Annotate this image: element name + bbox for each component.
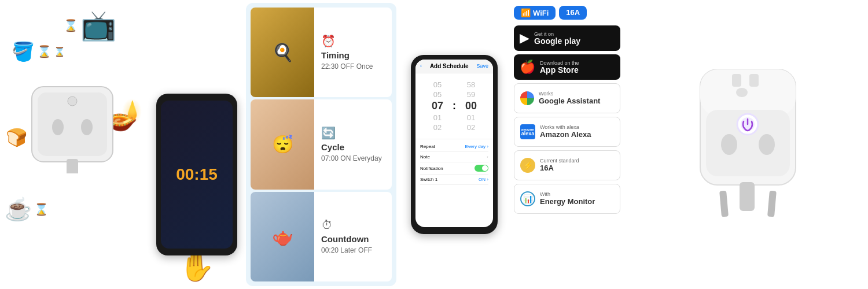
current-standard-badge: ⚡ Current standard 16A bbox=[514, 150, 620, 180]
repeat-value: Every day › bbox=[465, 144, 488, 149]
notification-toggle[interactable] bbox=[475, 165, 488, 172]
note-label: Note bbox=[420, 154, 430, 160]
current-standard-text: Current standard 16A bbox=[540, 158, 579, 173]
svg-point-13 bbox=[759, 134, 775, 155]
countdown-title: Countdown bbox=[321, 234, 385, 244]
schedule-screen: ‹ Add Schedule Save 05 05 07 01 02 : 58 … bbox=[415, 60, 493, 227]
app-store-line1: Download on the bbox=[540, 61, 579, 66]
timer-icon-micro: ⌛ bbox=[64, 18, 78, 32]
switch-value: ON › bbox=[479, 177, 488, 182]
min-selected: 00 bbox=[465, 100, 477, 112]
hour-next1: 01 bbox=[433, 113, 442, 122]
cycle-icon: 🔄 bbox=[321, 126, 385, 140]
timer-phone-mockup: 00:15 bbox=[156, 94, 237, 255]
timer-icon-coffee: ⌛ bbox=[34, 202, 49, 216]
svg-rect-7 bbox=[700, 69, 796, 116]
right-plug-svg bbox=[689, 64, 804, 225]
countdown-info: ⏱ Countdown 00:20 Later OFF bbox=[314, 214, 392, 259]
countdown-icon: ⏱ bbox=[321, 218, 385, 232]
notification-label: Notification bbox=[420, 166, 443, 171]
energy-monitor-line2: Energy Monitor bbox=[540, 197, 595, 206]
amp-label: 16A bbox=[566, 8, 580, 17]
time-picker: 05 05 07 01 02 : 58 59 00 01 02 bbox=[415, 73, 493, 139]
google-assistant-text: Works Google Assistant bbox=[539, 91, 600, 106]
amazon-alexa-line2: Amazon Alexa bbox=[540, 130, 591, 139]
current-standard-line2: 16A bbox=[540, 164, 579, 173]
energy-monitor-badge: 📊 With Energy Monitor bbox=[514, 184, 620, 214]
google-assistant-icon bbox=[520, 91, 534, 105]
google-assistant-badge: Works Google Assistant bbox=[514, 83, 620, 113]
amazon-alexa-line1: Works with alexa bbox=[540, 125, 591, 130]
min-prev1: 58 bbox=[467, 80, 475, 89]
google-assistant-line1: Works bbox=[539, 91, 600, 97]
google-play-icon: ▶ bbox=[520, 31, 529, 46]
current-standard-line1: Current standard bbox=[540, 158, 579, 164]
amazon-alexa-badge: amazon alexa Works with alexa Amazon Ale… bbox=[514, 117, 620, 147]
hour-prev1: 05 bbox=[433, 80, 442, 89]
time-separator: : bbox=[453, 100, 456, 112]
app-store-badge[interactable]: 🍎 Download on the App Store bbox=[514, 54, 620, 80]
google-play-line2: Google play bbox=[534, 37, 580, 45]
left-appliances-section: 🪣 ⌛ ⌛ ⌛ 📺 🍞 ⌛ ⌛ 🪔 ☕ ⌛ bbox=[0, 0, 150, 289]
app-store-line2: App Store bbox=[540, 66, 579, 74]
timer-icon-iron2: ⌛ bbox=[54, 46, 65, 57]
svg-rect-9 bbox=[749, 74, 759, 87]
min-next1: 01 bbox=[467, 113, 475, 122]
wifi-label: WiFi bbox=[533, 9, 549, 17]
iron-item: 🪣 ⌛ ⌛ bbox=[12, 40, 65, 62]
microwave-icon: 📺 bbox=[80, 9, 116, 42]
energy-monitor-line1: With bbox=[540, 192, 595, 197]
note-value: › bbox=[487, 154, 488, 160]
repeat-row[interactable]: Repeat Every day › bbox=[420, 142, 488, 152]
cycle-feature-card: 😴 🔄 Cycle 07:00 ON Everyday bbox=[251, 99, 392, 189]
hour-next2: 02 bbox=[433, 123, 442, 132]
amazon-alexa-icon: amazon alexa bbox=[520, 124, 535, 139]
timing-title: Timing bbox=[321, 50, 385, 60]
timer-display: 00:15 bbox=[176, 165, 218, 184]
hour-selected: 07 bbox=[432, 100, 443, 112]
current-standard-icon: ⚡ bbox=[520, 158, 535, 173]
timing-subtitle: 22:30 OFF Once bbox=[321, 62, 385, 71]
hour-prev2: 05 bbox=[433, 90, 442, 99]
timing-feature-card: 🍳 ⏰ Timing 22:30 OFF Once bbox=[251, 8, 392, 97]
timer-icon-iron: ⌛ bbox=[37, 45, 52, 58]
badges-section: 📶 WiFi 16A ▶ Get it on Google play 🍎 Dow… bbox=[509, 0, 625, 289]
svg-point-12 bbox=[721, 134, 737, 155]
coffee-icon: ☕ bbox=[5, 197, 32, 222]
min-prev2: 59 bbox=[467, 90, 475, 99]
svg-rect-5 bbox=[67, 159, 78, 173]
notification-row[interactable]: Notification bbox=[420, 162, 488, 175]
svg-rect-17 bbox=[719, 191, 729, 217]
svg-rect-8 bbox=[732, 74, 741, 87]
note-row[interactable]: Note › bbox=[420, 152, 488, 162]
schedule-save[interactable]: Save bbox=[476, 63, 488, 69]
svg-point-4 bbox=[68, 97, 77, 106]
energy-monitor-text: With Energy Monitor bbox=[540, 192, 595, 206]
coffee-item: ☕ ⌛ bbox=[5, 197, 49, 222]
google-play-line1: Get it on bbox=[534, 32, 580, 37]
cycle-title: Cycle bbox=[321, 142, 385, 152]
timer-phone-section: 00:15 ✋ bbox=[150, 0, 243, 289]
switch-row[interactable]: Switch 1 ON › bbox=[420, 175, 488, 185]
amazon-alexa-text: Works with alexa Amazon Alexa bbox=[540, 125, 591, 139]
energy-monitor-icon: 📊 bbox=[520, 191, 535, 206]
iron-icon: 🪣 bbox=[12, 40, 35, 62]
google-play-badge[interactable]: ▶ Get it on Google play bbox=[514, 25, 620, 51]
wifi-icon: 📶 bbox=[521, 8, 531, 17]
amp-badge: 16A bbox=[559, 6, 587, 20]
schedule-options: Repeat Every day › Note › Notification S… bbox=[415, 139, 493, 187]
repeat-label: Repeat bbox=[420, 144, 435, 149]
svg-point-2 bbox=[52, 119, 64, 135]
timer-phone-screen: 00:15 bbox=[161, 101, 233, 249]
svg-point-10 bbox=[736, 88, 748, 97]
smart-plug-left bbox=[23, 69, 122, 173]
countdown-image: 🫖 bbox=[251, 192, 314, 281]
top-badges-row: 📶 WiFi 16A bbox=[514, 6, 620, 20]
features-section: 🍳 ⏰ Timing 22:30 OFF Once 😴 🔄 Cycle 07:0… bbox=[246, 3, 396, 286]
min-next2: 02 bbox=[467, 123, 475, 132]
timing-icon: ⏰ bbox=[321, 34, 385, 48]
right-plug-section bbox=[625, 0, 868, 289]
google-play-text: Get it on Google play bbox=[534, 32, 580, 45]
svg-point-3 bbox=[81, 119, 93, 135]
app-store-icon: 🍎 bbox=[520, 60, 535, 75]
